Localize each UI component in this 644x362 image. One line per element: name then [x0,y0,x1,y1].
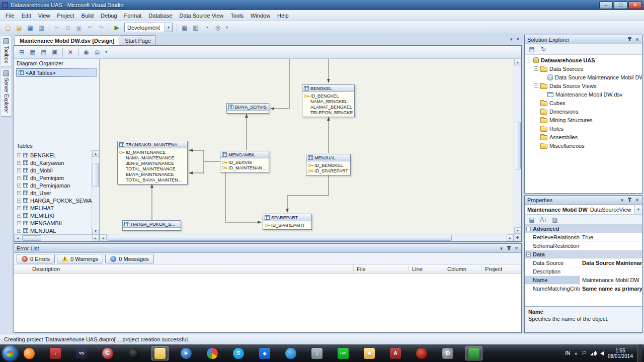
entity-sparepart[interactable]: SPAREPARTID_SPAREPART [263,214,312,230]
expander-icon[interactable]: + [17,221,21,225]
property-row-retrieverelationships[interactable]: RetrieveRelationshipsTrue [525,233,642,242]
windows-explorer-icon[interactable] [151,346,169,360]
save-all-icon[interactable]: ▥ [36,23,46,33]
entity-field[interactable]: TELEPON_BENGKEL [304,110,353,115]
tree-node-data-source-views[interactable]: −Data Source Views [525,81,642,90]
tab-list-dropdown-icon[interactable]: ▾ [510,37,513,42]
side-tab-server-explorer[interactable]: Server Explorer [1,68,12,116]
dark-purple-app-icon[interactable]: VS [73,346,90,360]
menu-item-data-source-view[interactable]: Data Source View [176,11,227,20]
relationship-connector[interactable] [189,161,204,173]
line-icon[interactable]: LINE [335,346,352,360]
find-table-icon[interactable]: ◎ [213,23,223,33]
menu-item-format[interactable]: Format [121,11,145,20]
add-table-icon[interactable]: ▦ [28,47,38,57]
close-button[interactable]: ✕ [628,2,642,9]
tables-scrollbar[interactable]: ▲ ▼ [92,150,99,234]
entity-field[interactable]: ID_MAINTENANCE [119,149,186,155]
scroll-up-icon[interactable]: ▲ [92,150,99,157]
minimize-button[interactable]: – [599,2,613,9]
tree-node-datawarehouse-uas[interactable]: −Datawarehouse UAS [525,56,642,64]
clock[interactable]: 1:55 08/01/2014 [608,348,633,359]
property-row-namematchingcriteria[interactable]: NameMatchingCriteriaSame name as primary [525,285,642,293]
window-position-icon[interactable]: ▾ [499,246,504,251]
action-center-icon[interactable]: ⚐ [582,350,587,356]
arrange-tables-icon[interactable]: ▥ [191,23,201,33]
download-manager-icon[interactable]: ↓ [47,346,64,360]
object-selector-combo[interactable]: Maintenance Mobil DW DataSourceView ▾ [525,205,642,215]
property-category-advanced[interactable]: −Advanced [525,225,642,233]
firefox-icon[interactable] [21,346,38,360]
property-value[interactable]: Data Source Maintenance Mobil DW [580,260,642,266]
expander-icon[interactable]: + [17,168,21,172]
save-icon[interactable]: ▦ [25,23,35,33]
access-icon[interactable]: A [387,346,404,360]
diagram-organizer-item[interactable]: <All Tables> [16,68,97,77]
entity-field[interactable]: BIAYA_MAINTENANCE [119,171,186,177]
table-list-item-bengkel[interactable]: +BENGKEL [17,151,92,159]
menu-item-view[interactable]: View [35,11,54,20]
media-player-icon[interactable]: ▶ [178,346,195,360]
canvas-vertical-scrollbar[interactable]: ▲ ▼ [514,59,521,234]
scroll-thumb[interactable] [22,235,41,241]
entity-menjual[interactable]: MENJUALID_BENGKELID_SPAREPART [306,154,351,175]
menu-item-debug[interactable]: Debug [97,11,120,20]
tray-expand-icon[interactable]: ▲ [574,351,578,355]
tree-node-assemblies[interactable]: Assemblies [525,133,642,141]
table-list-item-db-mobil[interactable]: +db_Mobil [17,166,92,174]
entity-field[interactable]: TOTAL_BIAYA_MAINTEN... [119,177,186,183]
entity-field[interactable]: ID_BENGKEL [304,93,353,99]
chevron-down-icon[interactable]: ▾ [165,23,172,32]
property-row-schemarestriction[interactable]: SchemaRestriction [525,242,642,250]
property-pages-icon[interactable]: ▨ [550,215,560,225]
add-new-item-icon[interactable]: ▢ [3,23,13,33]
expander-icon[interactable]: − [534,83,538,88]
scroll-up-icon[interactable]: ▲ [514,59,521,65]
menu-item-file[interactable]: File [2,11,18,20]
expander-icon[interactable]: + [17,176,21,180]
canvas-horizontal-scrollbar[interactable]: ◄ ► [100,234,514,241]
title-bar[interactable]: Datawarehouse UAS - Microsoft Visual Stu… [0,0,644,10]
close-icon[interactable]: ✕ [514,246,519,251]
open-file-icon[interactable]: ▤ [14,23,24,33]
chevron-down-icon[interactable]: ▾ [634,205,642,214]
entity-field[interactable]: ID_MAINTENAN... [222,165,267,170]
properties-window-icon[interactable]: ▤ [527,44,537,54]
entity-field[interactable]: ID_SERVIS [222,159,267,165]
green-app-icon[interactable] [465,346,482,360]
close-icon[interactable]: ✕ [635,198,639,203]
start-button[interactable] [3,346,18,361]
auto-hide-pin-icon[interactable] [627,198,632,202]
column-header-column[interactable]: Column [444,265,482,274]
table-list-item-db-karyawan[interactable]: +db_Karyawan [17,159,92,166]
window-position-icon[interactable]: ▾ [620,198,624,203]
categorized-icon[interactable]: ▤ [527,215,537,225]
error-list-tab-0-warnings[interactable]: 0 Warnings [57,254,103,263]
maximize-button[interactable]: ▢ [614,2,627,9]
zoom-icon[interactable]: ◔ [202,23,212,33]
table-list-item-mengambil[interactable]: +MENGAMBIL [17,219,92,227]
column-header-line[interactable]: Line [409,265,444,274]
tree-node-data-source-maintenance-mobil-dw[interactable]: Data Source Maintenance Mobil DW [525,73,642,81]
scroll-down-icon[interactable]: ▼ [92,228,99,234]
menu-item-help[interactable]: Help [274,11,292,20]
scroll-left-icon[interactable]: ◄ [100,234,107,241]
scroll-thumb[interactable] [108,235,452,241]
red-circle-app-icon[interactable] [413,346,430,360]
error-icon-column-header[interactable] [14,265,29,274]
zoom-selector-icon[interactable]: ◎ [92,47,102,57]
entity-transaksi-maintena[interactable]: TRANSAKSI_MAINTENA...ID_MAINTENANCENAMA_… [117,141,188,185]
edit-named-query-icon[interactable]: ▣ [50,47,60,57]
relationship-connector[interactable] [271,59,289,109]
skype-icon[interactable]: S [230,346,247,360]
chrome-icon[interactable] [204,346,221,360]
entity-field[interactable]: NAMA_MAINTENANCE [119,155,186,160]
gear-settings-icon[interactable]: ⚙ [439,346,456,360]
language-indicator[interactable]: IN [565,350,570,356]
scroll-thumb[interactable] [515,122,521,169]
scroll-down-icon[interactable]: ▼ [514,227,521,234]
close-document-icon[interactable]: ✕ [516,37,520,42]
menu-item-edit[interactable]: Edit [18,11,35,20]
expander-icon[interactable]: + [17,199,21,203]
toolbar-overflow-icon[interactable]: ▾ [103,50,109,54]
